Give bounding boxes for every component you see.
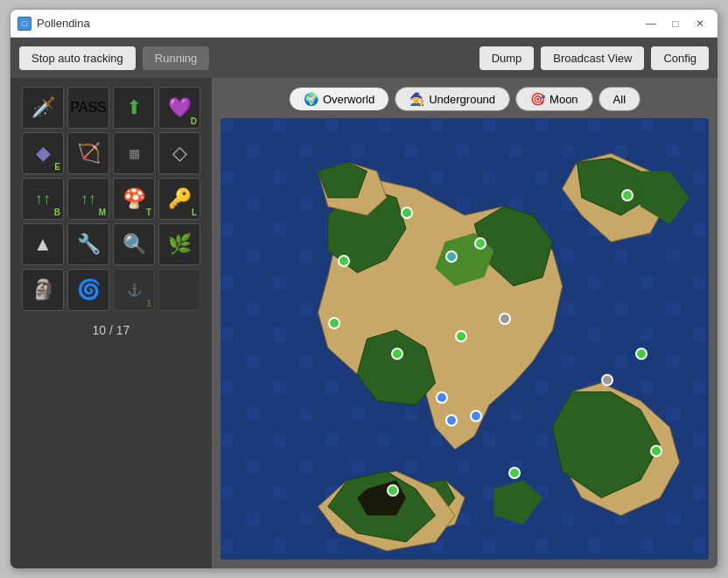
map-area: 🌍 Overworld 🧙 Underground 🎯 Moon All <box>212 78 718 568</box>
list-item[interactable]: PASS <box>67 87 109 129</box>
tab-moon[interactable]: 🎯 Moon <box>515 87 593 111</box>
config-button[interactable]: Config <box>651 46 709 70</box>
list-item[interactable]: ◆ E <box>22 132 64 174</box>
title-bar-left: □ Pollendina <box>18 17 90 31</box>
item-grid: 🗡️ PASS ⬆ 💜 D ◆ E 🏹 <box>22 87 200 311</box>
map-dot <box>650 445 662 457</box>
list-item[interactable]: ▦ <box>113 132 155 174</box>
list-item[interactable]: 🌿 <box>158 223 200 265</box>
map-dot <box>621 189 634 201</box>
underground-icon: 🧙 <box>410 92 424 106</box>
minimize-button[interactable]: — <box>640 15 662 32</box>
title-bar: □ Pollendina — □ ✕ <box>10 10 718 38</box>
list-item[interactable]: 🔑 L <box>158 178 200 220</box>
map-dot <box>328 317 340 329</box>
broadcast-view-button[interactable]: Broadcast View <box>541 46 644 70</box>
map-dot <box>445 414 458 426</box>
list-item[interactable]: ⚓ 1 <box>113 269 155 311</box>
map-dot <box>387 484 399 497</box>
map-tabs: 🌍 Overworld 🧙 Underground 🎯 Moon All <box>220 87 709 111</box>
sidebar: 🗡️ PASS ⬆ 💜 D ◆ E 🏹 <box>10 78 212 568</box>
maximize-button[interactable]: □ <box>665 15 686 32</box>
window-controls: — □ ✕ <box>640 15 710 32</box>
list-item[interactable]: 💜 D <box>158 87 200 129</box>
list-item[interactable]: ◇ <box>158 132 200 174</box>
tab-overworld[interactable]: 🌍 Overworld <box>289 87 389 111</box>
list-item[interactable]: 🍄 T <box>113 178 155 220</box>
list-item <box>158 269 200 311</box>
map-dot <box>499 313 511 325</box>
main-content: 🗡️ PASS ⬆ 💜 D ◆ E 🏹 <box>10 78 718 568</box>
window-title: Pollendina <box>37 17 90 30</box>
map-dot <box>445 250 458 263</box>
toolbar: Stop auto tracking Running Dump Broadcas… <box>10 38 718 78</box>
list-item[interactable]: ↑↑ B <box>22 178 64 220</box>
moon-icon: 🎯 <box>530 92 545 106</box>
list-item[interactable]: 🔍 <box>113 223 155 265</box>
list-item[interactable]: 🗡️ <box>22 87 64 129</box>
list-item[interactable]: ↑↑ M <box>67 178 109 220</box>
map-dot <box>470 410 482 422</box>
dump-button[interactable]: Dump <box>480 46 535 70</box>
app-icon: □ <box>18 17 32 31</box>
progress-counter: 10 / 17 <box>93 323 130 337</box>
list-item[interactable]: 🗿 <box>22 269 64 311</box>
list-item[interactable]: 🌀 <box>67 269 109 311</box>
running-status: Running <box>143 46 209 70</box>
map-dot <box>455 330 467 342</box>
main-window: □ Pollendina — □ ✕ Stop auto tracking Ru… <box>10 9 718 569</box>
tab-all[interactable]: All <box>598 87 640 111</box>
stop-tracking-button[interactable]: Stop auto tracking <box>19 46 136 70</box>
list-item[interactable]: ⬆ <box>113 87 155 129</box>
list-item[interactable]: 🔧 <box>67 223 109 265</box>
overworld-icon: 🌍 <box>304 92 318 106</box>
map-canvas <box>220 118 709 560</box>
list-item[interactable]: 🏹 <box>67 132 109 174</box>
tab-underground[interactable]: 🧙 Underground <box>395 87 510 111</box>
list-item[interactable]: ▲ <box>22 223 64 265</box>
map-dot <box>436 391 448 404</box>
close-button[interactable]: ✕ <box>690 15 710 32</box>
